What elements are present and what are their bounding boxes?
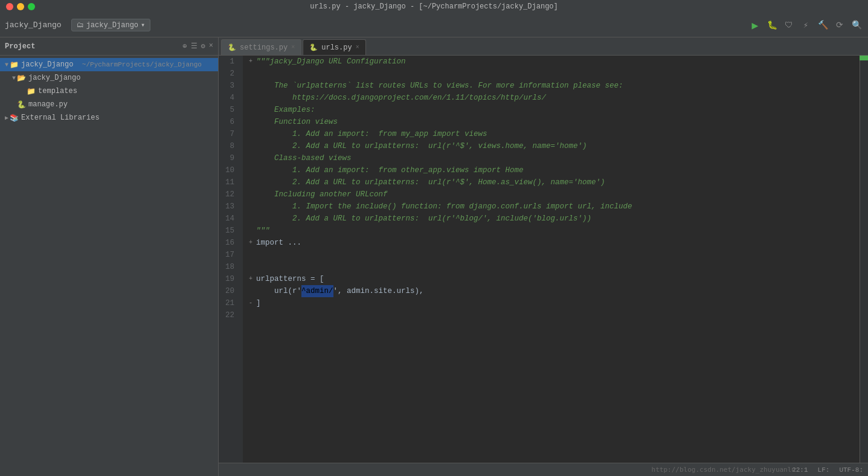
tab-settings-py[interactable]: 🐍 settings.py × xyxy=(221,39,301,55)
file-tree: ▼ 📁 jacky_Django ~/PycharmProjects/jacky… xyxy=(0,56,218,476)
tree-root[interactable]: ▼ 📁 jacky_Django ~/PycharmProjects/jacky… xyxy=(0,58,218,71)
sidebar: Project ⊕ ☰ ⚙ × ▼ 📁 jacky_Django ~/Pycha… xyxy=(0,37,219,476)
code-line: +urlpatterns = [ xyxy=(249,273,854,285)
code-line: https://docs.djangoproject.com/en/1.11/t… xyxy=(249,92,854,104)
project-selector-label: jacky_Django xyxy=(86,21,138,30)
code-token: """jacky_Django URL Configuration xyxy=(256,56,406,68)
code-token: 1. Add an import: from my_app import vie… xyxy=(256,128,487,140)
folder-icon: 📁 xyxy=(10,60,19,69)
code-token: Function views xyxy=(256,116,338,128)
project-selector[interactable]: 🗂 jacky_Django ▾ xyxy=(71,19,151,31)
run-button[interactable]: ▶ xyxy=(748,19,762,32)
line-number: 12 xyxy=(219,188,239,201)
line-number: 16 xyxy=(219,237,239,249)
code-token: import ... xyxy=(256,237,301,249)
py-icon: 🐍 xyxy=(228,43,236,51)
folder-icon: 📁 xyxy=(27,87,36,96)
sidebar-title: Project xyxy=(5,42,35,51)
line-number: 3 xyxy=(219,80,239,92)
profile-button[interactable]: ⚡ xyxy=(799,19,812,32)
python-file-icon: 🐍 xyxy=(17,100,26,109)
code-token: 2. Add a URL to urlpatterns: url(r'^$', … xyxy=(256,140,587,152)
code-line: Including another URLconf xyxy=(249,188,854,201)
code-token: ', admin.site.urls), xyxy=(333,285,424,297)
close-tab-urls[interactable]: × xyxy=(356,44,359,51)
editor-container: 12345678910111213141516171819202122 +"""… xyxy=(219,56,868,463)
code-token: Including another URLconf xyxy=(256,188,388,201)
line-numbers: 12345678910111213141516171819202122 xyxy=(219,56,243,463)
line-number: 6 xyxy=(219,116,239,128)
expand-arrow: ▼ xyxy=(5,62,8,68)
app-name: jacky_Django xyxy=(5,21,62,30)
external-libraries-label: External Libraries xyxy=(21,114,100,122)
hide-icon[interactable]: × xyxy=(209,42,213,51)
tab-urls-label: urls.py xyxy=(321,43,352,52)
close-button[interactable] xyxy=(6,3,13,10)
debug-button[interactable]: 🐛 xyxy=(765,19,779,32)
code-token: ^admin/ xyxy=(301,285,333,297)
editor-right-gutter xyxy=(860,56,868,463)
fold-collapsed-icon[interactable]: + xyxy=(249,273,255,285)
project-selector-icon: 🗂 xyxy=(77,21,84,30)
traffic-lights xyxy=(6,3,35,10)
line-number: 20 xyxy=(219,285,239,297)
code-token: """ xyxy=(256,225,270,237)
code-token: url(r' xyxy=(256,285,301,297)
code-content[interactable]: +"""jacky_Django URL Configuration The `… xyxy=(243,56,860,463)
app: jacky_Django 🗂 jacky_Django ▾ ▶ 🐛 🛡 ⚡ 🔨 … xyxy=(0,13,868,476)
py-icon: 🐍 xyxy=(309,43,318,51)
window-title: urls.py - jacky_Django - [~/PycharmProje… xyxy=(310,2,558,11)
line-number: 14 xyxy=(219,213,239,225)
code-line xyxy=(249,68,854,80)
tab-settings-label: settings.py xyxy=(240,43,288,52)
editor-area: 🐍 settings.py × 🐍 urls.py × 123456789101… xyxy=(219,37,868,476)
tree-item-templates[interactable]: ▶ 📁 templates xyxy=(0,85,218,98)
code-line xyxy=(249,261,854,273)
close-tab-settings[interactable]: × xyxy=(291,44,295,51)
sync-icon[interactable]: ⊕ xyxy=(182,42,187,51)
code-token: 1. Add an import: from other_app.views i… xyxy=(256,164,524,176)
fold-collapsed-icon[interactable]: + xyxy=(249,56,255,68)
code-token: The `urlpatterns` list routes URLs to vi… xyxy=(256,80,623,92)
fold-expanded-icon[interactable]: - xyxy=(249,297,255,309)
scroll-indicator xyxy=(860,56,868,60)
minimize-button[interactable] xyxy=(17,3,24,10)
code-line: 1. Import the include() function: from d… xyxy=(249,201,854,213)
code-line: url(r'^admin/', admin.site.urls), xyxy=(249,285,854,297)
search-button[interactable]: 🔍 xyxy=(850,19,863,32)
code-line: The `urlpatterns` list routes URLs to vi… xyxy=(249,80,854,92)
code-token: 2. Add a URL to urlpatterns: url(r'^blog… xyxy=(256,213,591,225)
code-token: ] xyxy=(256,297,261,309)
maximize-button[interactable] xyxy=(28,3,35,10)
code-editor[interactable]: 12345678910111213141516171819202122 +"""… xyxy=(219,56,860,463)
collapse-icon[interactable]: ☰ xyxy=(191,42,198,51)
tabs-bar: 🐍 settings.py × 🐍 urls.py × xyxy=(219,37,868,56)
folder-icon: 📂 xyxy=(17,74,26,83)
line-number: 1 xyxy=(219,56,239,68)
line-number: 13 xyxy=(219,201,239,213)
line-number: 11 xyxy=(219,176,239,188)
tree-item-manage-py[interactable]: ▶ 🐍 manage.py xyxy=(0,98,218,111)
code-token: Examples: xyxy=(256,104,315,116)
code-line: 2. Add a URL to urlpatterns: url(r'^$', … xyxy=(249,176,854,188)
code-token: urlpatterns xyxy=(256,273,306,285)
fold-collapsed-icon[interactable]: + xyxy=(249,237,255,249)
settings-icon[interactable]: ⚙ xyxy=(201,42,205,51)
tree-item-jacky-django[interactable]: ▼ 📂 jacky_Django xyxy=(0,71,218,85)
encoding: UTF-8: xyxy=(839,466,863,474)
code-line: Function views xyxy=(249,116,854,128)
line-number: 5 xyxy=(219,104,239,116)
library-icon: 📚 xyxy=(10,114,19,123)
sidebar-header: Project ⊕ ☰ ⚙ × xyxy=(0,37,218,56)
vcs-button[interactable]: ⟳ xyxy=(833,19,846,32)
expand-arrow: ▶ xyxy=(5,114,8,121)
coverage-button[interactable]: 🛡 xyxy=(782,19,796,32)
tab-urls-py[interactable]: 🐍 urls.py × xyxy=(303,39,365,55)
tree-item-external-libraries[interactable]: ▶ 📚 External Libraries xyxy=(0,111,218,124)
code-line: 1. Add an import: from my_app import vie… xyxy=(249,128,854,140)
build-button[interactable]: 🔨 xyxy=(816,19,829,32)
line-number: 19 xyxy=(219,273,239,285)
code-line: 1. Add an import: from other_app.views i… xyxy=(249,164,854,176)
code-token: https://docs.djangoproject.com/en/1.11/t… xyxy=(256,92,546,104)
toolbar-right: ▶ 🐛 🛡 ⚡ 🔨 ⟳ 🔍 xyxy=(748,19,863,32)
